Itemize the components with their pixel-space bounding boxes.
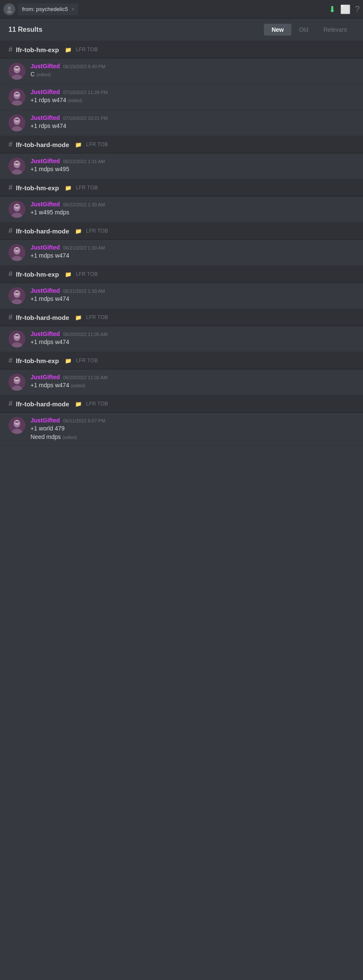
filter-new-button[interactable]: New — [264, 24, 291, 36]
username[interactable]: JustGifted — [30, 89, 60, 95]
message-block: JustGifted 07/10/2022 11:28 PM +1 rdps w… — [0, 84, 363, 110]
channel-hash-icon: # — [8, 356, 12, 365]
channel-hash-icon: # — [8, 400, 12, 408]
message-text: +1 rdps w474 — [30, 122, 355, 130]
message-text: +1 world 479Need mdps(edited) — [30, 425, 355, 441]
channel-name[interactable]: lfr-tob-hm-exp — [16, 271, 59, 278]
svg-point-5 — [14, 66, 19, 71]
message-block: JustGifted 06/22/2022 1:31 AM +1 mdps w4… — [0, 153, 363, 179]
filter-relevant-button[interactable]: Relevant — [316, 24, 355, 36]
svg-point-0 — [8, 6, 11, 10]
results-count: 11 Results — [8, 26, 259, 33]
svg-point-6 — [16, 67, 17, 69]
folder-icon: 📁 — [75, 142, 82, 148]
message-block: JustGifted 06/11/2022 6:07 PM +1 world 4… — [0, 413, 363, 446]
username[interactable]: JustGifted — [30, 417, 60, 424]
message-text-line: +1 mdps w474 — [30, 295, 69, 302]
svg-point-31 — [17, 205, 19, 207]
filter-buttons: New Old Relevant — [264, 24, 355, 36]
username[interactable]: JustGifted — [30, 158, 60, 164]
username[interactable]: JustGifted — [30, 374, 60, 380]
top-bar: from: psychedelic5 × ⬇ ⬜ ? — [0, 0, 363, 19]
channel-hash-icon: # — [8, 313, 12, 322]
message-block: JustGifted 06/22/2022 1:30 AM +1 w495 md… — [0, 197, 363, 222]
message-text-line: +1 world 479 — [30, 425, 65, 432]
username[interactable]: JustGifted — [30, 330, 60, 337]
channel-name[interactable]: lfr-tob-hm-exp — [16, 46, 59, 53]
channel-header-1: # lfr-tob-hard-mode 📁 LFR TOB — [0, 136, 363, 153]
message-text: C(edited) — [30, 70, 355, 79]
server-name: LFR TOB — [86, 401, 108, 407]
tab-close-icon[interactable]: × — [71, 6, 74, 12]
channel-hash-icon: # — [8, 227, 12, 235]
message-text: +1 mdps w495 — [30, 165, 355, 174]
folder-icon: 📁 — [75, 314, 82, 321]
channel-name[interactable]: lfr-tob-hard-mode — [16, 141, 69, 148]
message-meta: JustGifted 06/15/2023 9:40 PM — [30, 63, 355, 69]
channel-header-5: # lfr-tob-hard-mode 📁 LFR TOB — [0, 309, 363, 326]
message-text: +1 w495 mdps — [30, 208, 355, 217]
channel-hash-icon: # — [8, 140, 12, 149]
svg-point-23 — [14, 161, 19, 166]
avatar — [8, 374, 25, 391]
folder-icon: 📁 — [65, 47, 72, 53]
avatar — [8, 158, 25, 175]
server-name: LFR TOB — [86, 314, 108, 320]
message-text-line: +1 mdps w474 — [30, 382, 69, 389]
username[interactable]: JustGifted — [30, 63, 60, 69]
timestamp: 06/22/2022 1:31 AM — [63, 159, 105, 164]
user-icon[interactable] — [3, 3, 15, 15]
channel-header-6: # lfr-tob-hm-exp 📁 LFR TOB — [0, 352, 363, 369]
username[interactable]: JustGifted — [30, 244, 60, 251]
message-block: JustGifted 07/10/2022 10:21 PM +1 rdps w… — [0, 110, 363, 136]
server-name: LFR TOB — [76, 358, 98, 364]
username[interactable]: JustGifted — [30, 201, 60, 208]
svg-point-19 — [17, 119, 19, 120]
svg-point-47 — [14, 333, 19, 339]
filter-old-button[interactable]: Old — [291, 24, 316, 36]
server-name: LFR TOB — [76, 271, 98, 277]
timestamp: 06/20/2022 11:05 AM — [63, 332, 108, 337]
svg-point-43 — [17, 292, 19, 293]
message-text: +1 mdps w474(edited) — [30, 381, 355, 390]
message-block: JustGifted 06/15/2023 9:40 PM C(edited) — [0, 58, 363, 84]
server-name: LFR TOB — [76, 47, 98, 53]
channel-name[interactable]: lfr-tob-hm-exp — [16, 184, 59, 192]
username[interactable]: JustGifted — [30, 114, 60, 121]
svg-point-11 — [14, 92, 19, 97]
avatar — [8, 114, 25, 131]
svg-point-53 — [14, 377, 19, 382]
message-meta: JustGifted 06/20/2022 11:05 AM — [30, 330, 355, 337]
message-meta: JustGifted 07/10/2022 10:21 PM — [30, 114, 355, 121]
channel-name[interactable]: lfr-tob-hard-mode — [16, 314, 69, 321]
folder-icon: 📁 — [65, 358, 72, 364]
message-content: JustGifted 06/22/2022 1:31 AM +1 mdps w4… — [30, 158, 355, 174]
channel-name[interactable]: lfr-tob-hm-exp — [16, 357, 59, 364]
edited-tag: (edited) — [68, 98, 82, 103]
message-text-line: Need mdps — [30, 433, 61, 440]
username[interactable]: JustGifted — [30, 287, 60, 294]
avatar — [8, 244, 25, 261]
timestamp: 07/10/2022 10:21 PM — [63, 116, 108, 121]
message-content: JustGifted 06/21/2022 1:30 AM +1 mdps w4… — [30, 244, 355, 260]
window-icon[interactable]: ⬜ — [340, 4, 351, 14]
channel-header-3: # lfr-tob-hard-mode 📁 LFR TOB — [0, 222, 363, 240]
channel-name[interactable]: lfr-tob-hard-mode — [16, 228, 69, 235]
svg-point-59 — [14, 420, 19, 425]
message-text-line: +1 mdps w474 — [30, 339, 69, 345]
timestamp: 06/21/2022 1:30 AM — [63, 289, 105, 294]
help-icon[interactable]: ? — [355, 4, 360, 14]
svg-point-42 — [16, 292, 17, 293]
channel-header-4: # lfr-tob-hm-exp 📁 LFR TOB — [0, 266, 363, 283]
svg-point-17 — [14, 117, 19, 122]
search-tab[interactable]: from: psychedelic5 × — [18, 3, 78, 15]
download-icon[interactable]: ⬇ — [329, 4, 336, 14]
svg-point-30 — [16, 205, 17, 207]
timestamp: 06/15/2023 9:40 PM — [63, 64, 105, 69]
svg-point-12 — [16, 93, 17, 94]
message-meta: JustGifted 06/21/2022 1:30 AM — [30, 244, 355, 251]
svg-point-29 — [14, 204, 19, 209]
message-content: JustGifted 06/20/2022 11:02 AM +1 mdps w… — [30, 374, 355, 390]
folder-icon: 📁 — [75, 228, 82, 234]
channel-name[interactable]: lfr-tob-hard-mode — [16, 400, 69, 408]
